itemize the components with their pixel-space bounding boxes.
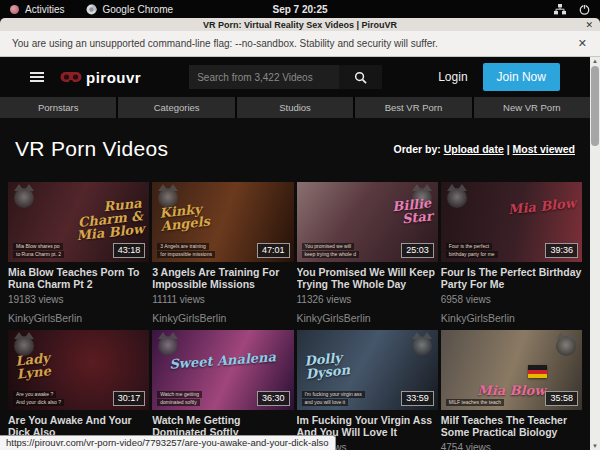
thumbnail-overlay-name: Billie Star (359, 196, 433, 229)
thumbnail-captions: Are you awake ? And your dick also ? (13, 391, 64, 406)
video-studio-link[interactable]: KinkyGirlsBerlin (297, 312, 438, 324)
studio-cat-logo-icon (158, 336, 178, 356)
video-thumbnail[interactable]: Kinky Angels 3 Angels are training for i… (152, 182, 293, 262)
order-link-upload-date[interactable]: Upload date (444, 143, 504, 155)
site-header: pirouvr Login Join Now (0, 57, 590, 97)
video-grid: Runa Charm & Mia Blow Mia Blow shares po… (0, 180, 590, 450)
thumbnail-overlay-name: Mia Blow (504, 196, 577, 216)
studio-cat-logo-icon (14, 188, 34, 208)
title-row: VR Porn Videos Order by: Upload date | M… (0, 118, 590, 180)
video-thumbnail[interactable]: Mia Blow Four is the perfect birthday pa… (441, 182, 582, 262)
german-flag-icon (528, 365, 547, 378)
tab-title: VR Porn: Virtual Reality Sex Videos | Pi… (0, 20, 600, 30)
duration-badge: 36:30 (257, 391, 290, 406)
page-viewport: pirouvr Login Join Now Pornstars Categor… (0, 57, 590, 450)
video-title-link[interactable]: 3 Angels Are Training For Impossible Mis… (152, 266, 293, 290)
gnome-top-bar: Activities Google Chrome Sep 7 20:25 (0, 0, 600, 18)
site-logo[interactable]: pirouvr (60, 69, 141, 86)
thumbnail-overlay-name: Lady Lyne (15, 347, 89, 380)
thumbnail-captions: You promised we will keep trying the who… (302, 243, 359, 258)
video-thumbnail[interactable]: Mia Blow MILF teaches the teach 35:58 (441, 330, 582, 410)
video-views: 6958 views (441, 294, 582, 305)
join-now-button[interactable]: Join Now (483, 63, 560, 91)
order-link-most-viewed[interactable]: Most viewed (513, 143, 575, 155)
thumbnail-captions: MILF teaches the teach (446, 399, 504, 406)
video-studio-link[interactable]: KinkyGirlsBerlin (152, 312, 293, 324)
thumbnail-captions: I'm fucking your virgin ass and you will… (302, 391, 365, 406)
nav-item-best-vr-porn[interactable]: Best VR Porn (355, 97, 471, 118)
video-thumbnail[interactable]: Runa Charm & Mia Blow Mia Blow shares po… (8, 182, 149, 262)
video-thumbnail[interactable]: Sweet Analena Watch me getting dominated… (152, 330, 293, 410)
thumbnail-overlay-name: Runa Charm & Mia Blow (69, 196, 145, 242)
page-scrollbar[interactable]: ▲ ▼ (590, 57, 600, 450)
duration-badge: 33:59 (401, 391, 434, 406)
order-by: Order by: Upload date | Most viewed (393, 143, 575, 155)
video-card: Dolly Dyson I'm fucking your virgin ass … (297, 330, 438, 450)
search-input[interactable] (189, 65, 339, 89)
duration-badge: 25:03 (401, 243, 434, 258)
chrome-infobar: You are using an unsupported command-lin… (0, 31, 600, 57)
scrollbar-thumb[interactable] (591, 66, 599, 146)
thumbnail-captions: Watch me getting dominated softly (157, 391, 202, 406)
video-title-link[interactable]: You Promised We Will Keep Trying The Who… (297, 266, 438, 290)
infobar-message: You are using an unsupported command-lin… (0, 38, 438, 49)
thumbnail-captions: 3 Angels are training for impossible mis… (157, 243, 215, 258)
video-card: Lady Lyne Are you awake ? And your dick … (8, 330, 149, 450)
tab-close-icon[interactable]: ✕ (585, 20, 600, 30)
video-thumbnail[interactable]: Billie Star You promised we will keep tr… (297, 182, 438, 262)
video-card: Runa Charm & Mia Blow Mia Blow shares po… (8, 182, 149, 324)
nav-item-pornstars[interactable]: Pornstars (0, 97, 116, 118)
logo-text: pirouvr (86, 69, 141, 86)
thumbnail-overlay-name: Dolly Dyson (303, 347, 377, 380)
duration-badge: 43:18 (113, 243, 146, 258)
nav-item-studios[interactable]: Studios (237, 97, 353, 118)
duration-badge: 30:17 (113, 391, 146, 406)
order-separator: | (507, 143, 510, 155)
studio-cat-logo-icon (412, 336, 432, 356)
video-views: 19183 views (8, 294, 149, 305)
clock[interactable]: Sep 7 20:25 (0, 4, 600, 15)
studio-cat-logo-icon (556, 336, 576, 356)
desktop-screen: Activities Google Chrome Sep 7 20:25 (0, 0, 600, 450)
video-studio-link[interactable]: KinkyGirlsBerlin (441, 312, 582, 324)
video-card: Mia Blow MILF teaches the teach 35:58 Mi… (441, 330, 582, 450)
video-title-link[interactable]: Mia Blow Teaches Porn To Runa Charm Pt 2 (8, 266, 149, 290)
power-icon[interactable] (579, 4, 590, 15)
search-icon (354, 71, 367, 84)
video-studio-link[interactable]: KinkyGirlsBerlin (8, 312, 149, 324)
video-title-link[interactable]: Four Is The Perfect Birthday Party For M… (441, 266, 582, 290)
thumbnail-overlay-name: Kinky Angels (159, 199, 233, 232)
video-card: Billie Star You promised we will keep tr… (297, 182, 438, 324)
duration-badge: 47:01 (257, 243, 290, 258)
nav-item-categories[interactable]: Categories (118, 97, 234, 118)
thumbnail-captions: Mia Blow shares po to Runa Charm pt. 2 (13, 243, 64, 258)
page-title: VR Porn Videos (15, 137, 168, 161)
main-nav: Pornstars Categories Studios Best VR Por… (0, 97, 590, 118)
network-icon[interactable] (554, 4, 566, 15)
nav-item-new-vr-porn[interactable]: New VR Porn (474, 97, 590, 118)
thumbnail-captions: Four is the perfect birthday party for m… (446, 243, 498, 258)
order-by-label: Order by: (393, 143, 440, 155)
video-card: Kinky Angels 3 Angels are training for i… (152, 182, 293, 324)
hamburger-menu-icon[interactable] (30, 70, 44, 84)
scroll-up-icon[interactable]: ▲ (592, 57, 598, 65)
search-button[interactable] (339, 65, 382, 89)
video-views: 11111 views (152, 294, 293, 305)
vr-headset-icon (60, 71, 82, 84)
video-card: Sweet Analena Watch me getting dominated… (152, 330, 293, 450)
link-status-bar: https://pirouvr.com/vr-porn-video/779325… (0, 435, 336, 450)
video-thumbnail[interactable]: Dolly Dyson I'm fucking your virgin ass … (297, 330, 438, 410)
video-views: 4754 views (441, 442, 582, 450)
scroll-down-icon[interactable]: ▼ (592, 442, 598, 450)
login-link[interactable]: Login (438, 70, 467, 84)
duration-badge: 39:36 (545, 243, 578, 258)
infobar-close-icon[interactable]: ✕ (578, 37, 600, 50)
video-title-link[interactable]: Milf Teaches The Teacher Some Practical … (441, 414, 582, 438)
video-card: Mia Blow Four is the perfect birthday pa… (441, 182, 582, 324)
browser-tab-bar: VR Porn: Virtual Reality Sex Videos | Pi… (0, 18, 600, 31)
video-views: 11326 views (297, 294, 438, 305)
video-thumbnail[interactable]: Lady Lyne Are you awake ? And your dick … (8, 330, 149, 410)
search-group (189, 65, 382, 89)
duration-badge: 35:58 (545, 391, 578, 406)
studio-cat-logo-icon (447, 188, 467, 208)
